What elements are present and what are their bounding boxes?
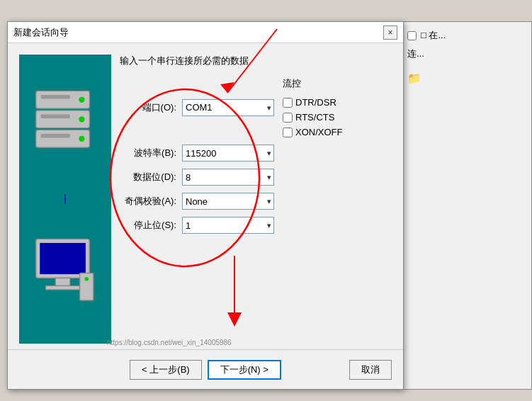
illustration-panel bbox=[19, 55, 111, 344]
xon-xoff-checkbox[interactable] bbox=[283, 128, 293, 137]
select-wrapper-parity: None Even Odd Mark Space bbox=[182, 193, 274, 210]
select-wrapper-baud: 9600 19200 38400 57600 115200 bbox=[182, 145, 274, 162]
right-panel-label2: 连... bbox=[407, 47, 424, 60]
close-button[interactable]: × bbox=[383, 26, 397, 40]
dialog-body: 输入一个串行连接所必需的数据 端口(O): COM1 COM2 COM3 COM… bbox=[8, 43, 403, 389]
select-wrapper-port: COM1 COM2 COM3 COM4 bbox=[182, 99, 274, 116]
flow-item-xon: XON/XOFF bbox=[283, 127, 342, 137]
rts-cts-label: RTS/CTS bbox=[295, 112, 334, 123]
dialog-title: 新建会话向导 bbox=[13, 26, 69, 39]
dialog: 新建会话向导 × bbox=[7, 21, 404, 390]
dtr-dsr-label: DTR/DSR bbox=[295, 97, 336, 108]
right-panel-item2: 连... bbox=[407, 47, 526, 60]
server-icon bbox=[26, 62, 104, 188]
svg-rect-7 bbox=[41, 114, 70, 118]
svg-point-3 bbox=[79, 97, 84, 103]
svg-rect-12 bbox=[55, 278, 70, 286]
close-icon: × bbox=[387, 28, 392, 38]
svg-rect-6 bbox=[41, 95, 70, 99]
form-row-stopbits: 停止位(S): 1 1.5 2 bbox=[120, 217, 392, 234]
next-button[interactable]: 下一步(N) > bbox=[208, 360, 281, 380]
form-row-parity: 奇偶校验(A): None Even Odd Mark Space bbox=[120, 193, 392, 210]
right-panel-label1: □ 在... bbox=[421, 29, 446, 42]
databits-select[interactable]: 5 6 7 8 bbox=[182, 169, 274, 186]
flow-item-rts: RTS/CTS bbox=[283, 112, 342, 123]
form-row-databits: 数据位(D): 5 6 7 8 bbox=[120, 169, 392, 186]
dialog-titlebar: 新建会话向导 × bbox=[8, 22, 403, 43]
svg-rect-8 bbox=[41, 134, 70, 138]
dialog-footer: < 上一步(B) 下一步(N) > 取消 bbox=[8, 349, 403, 389]
select-wrapper-databits: 5 6 7 8 bbox=[182, 169, 274, 186]
form-area: 输入一个串行连接所必需的数据 端口(O): COM1 COM2 COM3 COM… bbox=[120, 55, 392, 344]
prev-button[interactable]: < 上一步(B) bbox=[130, 360, 202, 380]
label-stopbits: 停止位(S): bbox=[120, 219, 176, 232]
flow-control-area: 流控 DTR/DSR RTS/CTS XON/XOFF bbox=[283, 77, 342, 137]
svg-point-15 bbox=[85, 277, 89, 281]
baud-select[interactable]: 9600 19200 38400 57600 115200 bbox=[182, 145, 274, 162]
svg-rect-13 bbox=[46, 286, 80, 290]
svg-point-4 bbox=[79, 116, 84, 122]
svg-rect-11 bbox=[40, 243, 86, 274]
folder-item: 📁 bbox=[407, 72, 526, 85]
select-wrapper-stopbits: 1 1.5 2 bbox=[182, 217, 274, 234]
xon-xoff-label: XON/XOFF bbox=[295, 127, 342, 137]
folder-icon: 📁 bbox=[407, 72, 421, 85]
cancel-button[interactable]: 取消 bbox=[349, 360, 392, 380]
url-label: https://blog.csdn.net/wei_xin_14005986 bbox=[107, 339, 232, 346]
right-panel-item1[interactable]: □ 在... bbox=[407, 29, 526, 42]
label-parity: 奇偶校验(A): bbox=[120, 195, 176, 208]
right-panel-checkbox1[interactable] bbox=[407, 31, 417, 40]
form-row-port: 端口(O): COM1 COM2 COM3 COM4 流控 bbox=[120, 77, 392, 137]
dialog-content: 输入一个串行连接所必需的数据 端口(O): COM1 COM2 COM3 COM… bbox=[8, 43, 403, 349]
label-baud: 波特率(B): bbox=[120, 147, 176, 159]
port-select[interactable]: COM1 COM2 COM3 COM4 bbox=[182, 99, 274, 116]
label-databits: 数据位(D): bbox=[120, 171, 176, 183]
right-panel: □ 在... 连... 📁 bbox=[401, 21, 532, 390]
flow-title: 流控 bbox=[283, 77, 342, 90]
cable-icon bbox=[58, 194, 72, 204]
rts-cts-checkbox[interactable] bbox=[283, 113, 293, 123]
form-title: 输入一个串行连接所必需的数据 bbox=[120, 55, 392, 67]
svg-point-5 bbox=[79, 136, 84, 142]
form-row-baud: 波特率(B): 9600 19200 38400 57600 115200 bbox=[120, 145, 392, 162]
label-port: 端口(O): bbox=[120, 101, 176, 114]
stopbits-select[interactable]: 1 1.5 2 bbox=[182, 217, 274, 234]
flow-item-dtr: DTR/DSR bbox=[283, 97, 342, 108]
pc-icon bbox=[26, 210, 104, 337]
parity-select[interactable]: None Even Odd Mark Space bbox=[182, 193, 274, 210]
dtr-dsr-checkbox[interactable] bbox=[283, 98, 293, 108]
